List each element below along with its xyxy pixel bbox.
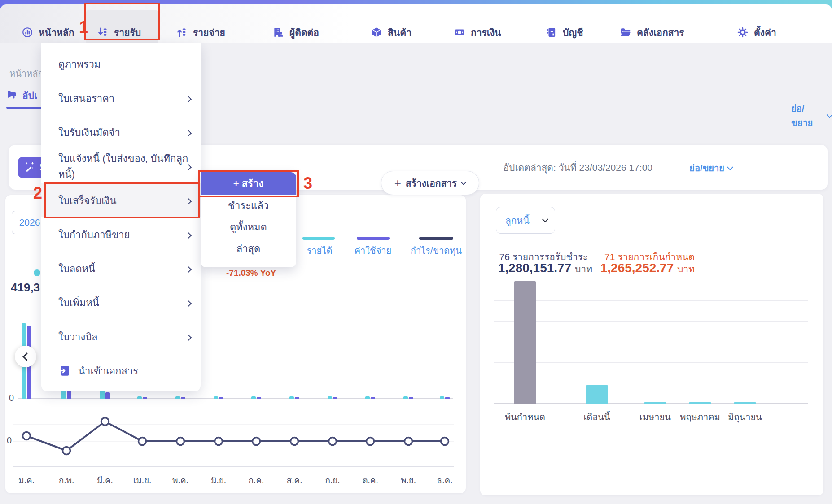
app-screen: หน้าหลักรายรับรายจ่ายผู้ติดต่อสินค้าการเ… <box>0 0 832 504</box>
bar-ค่าใช้จ่าย-พ.ค. <box>181 397 185 399</box>
menu-item-6[interactable]: ใบลดหนี้ <box>41 252 201 286</box>
carousel-prev-button[interactable] <box>15 346 36 367</box>
nav-item-0[interactable]: หน้าหลัก <box>22 22 74 43</box>
menu-item-label: ใบแจ้งหนี้ (ใบส่งของ, บันทึกลูกหนี้) <box>58 151 190 182</box>
nav-item-label: ผู้ติดต่อ <box>289 25 319 40</box>
bar-ค่าใช้จ่าย-ต.ค. <box>371 397 375 399</box>
legend-line-2 <box>419 237 453 240</box>
chevron-right-icon <box>185 96 192 102</box>
menu-item-1[interactable]: ใบเสนอราคา <box>41 81 201 115</box>
bar-ค่าใช้จ่าย-ธ.ค. <box>445 397 450 399</box>
menu-item-7[interactable]: ใบเพิ่มหนี้ <box>41 286 201 320</box>
annotation-step-2: 2 <box>33 184 42 203</box>
year-filter-label: 2026 <box>19 217 40 228</box>
chevron-down-icon <box>460 179 467 185</box>
chevron-down-icon <box>727 164 733 170</box>
collapse-expand-banner[interactable]: ย่อ/ขยาย <box>689 161 732 175</box>
legend-item-1[interactable]: ค่าใช้จ่าย <box>350 243 395 258</box>
chevron-right-icon <box>185 164 192 170</box>
recv-label-พ้นกำหนด: พ้นกำหนด <box>498 410 552 424</box>
submenu-create-button[interactable]: + สร้าง <box>201 172 296 195</box>
legend-item-2[interactable]: กำไร/ขาดทุน <box>408 243 464 258</box>
bar-รายได้-เม.ย. <box>137 396 142 399</box>
chevron-left-icon <box>22 352 31 361</box>
recv-gridline-3 <box>494 342 808 342</box>
nav-item-8[interactable]: ตั้งค่า <box>737 22 776 43</box>
menu-item-3[interactable]: ใบแจ้งหนี้ (ใบส่งของ, บันทึกลูกหนี้) <box>41 149 201 183</box>
nav-item-label: รายจ่าย <box>193 25 225 40</box>
expense-icon <box>176 26 188 38</box>
nav-item-5[interactable]: การเงิน <box>454 22 501 43</box>
month-label-มี.ค.: มี.ค. <box>89 474 121 487</box>
bar-ค่าใช้จ่าย-พ.ย. <box>409 397 413 399</box>
month-label-ก.พ.: ก.พ. <box>51 474 82 487</box>
nav-item-6[interactable]: บัญชี <box>546 22 583 43</box>
menu-item-label: ใบเสร็จรับเงิน <box>58 193 116 209</box>
menu-item-label: ใบวางบิล <box>58 329 98 345</box>
revenue-dot-icon <box>34 269 40 276</box>
submenu-item-2[interactable]: ล่าสุด <box>201 238 296 259</box>
month-label-เม.ย.: เม.ย. <box>127 474 158 487</box>
recv-bar-มิถุนายน <box>734 402 756 404</box>
import-icon <box>58 365 71 377</box>
recv-bar-พฤษภาคม <box>689 402 711 404</box>
nav-item-4[interactable]: สินค้า <box>371 22 412 43</box>
debtor-filter-select[interactable]: ลูกหนี้ <box>496 207 555 234</box>
recv-bar-เดือนนี้ <box>586 385 608 404</box>
create-document-button[interactable]: + สร้างเอกสาร <box>381 171 479 195</box>
month-label-ก.ค.: ก.ค. <box>241 474 272 487</box>
submenu-item-1[interactable]: ดูทั้งหมด <box>201 216 296 238</box>
menu-item-5[interactable]: ใบกำกับภาษีขาย <box>41 217 201 252</box>
menu-item-8[interactable]: ใบวางบิล <box>41 320 201 354</box>
recv-gridline-0 <box>494 280 808 280</box>
bar-ค่าใช้จ่าย-เม.ย. <box>143 397 147 399</box>
menu-item-2[interactable]: ใบรับเงินมัดจำ <box>41 115 201 149</box>
bar-รายได้-ส.ค. <box>289 396 294 399</box>
collapse-expand-top[interactable]: ย่อ/ขยาย <box>791 101 832 130</box>
chevron-right-icon <box>185 300 192 307</box>
recv-label-มิถุนายน: มิถุนายน <box>718 410 772 424</box>
month-label-พ.ค.: พ.ค. <box>165 474 196 487</box>
nav-item-label: การเงิน <box>471 25 501 40</box>
nav-item-label: รายรับ <box>114 25 141 40</box>
nav-item-label: บัญชี <box>563 25 583 40</box>
line-zero-label: 0 <box>7 435 12 446</box>
products-icon <box>371 26 382 38</box>
nav-item-1[interactable]: รายรับ <box>97 22 141 43</box>
submenu-item-0[interactable]: ชำระแล้ว <box>201 195 296 216</box>
revenue-total-partial: 419,3 <box>11 281 40 295</box>
create-document-label: สร้างเอกสาร <box>406 176 457 191</box>
nav-item-2[interactable]: รายจ่าย <box>176 22 225 43</box>
tab-announcements-label: อัปเ <box>22 88 37 103</box>
month-label-ส.ค.: ส.ค. <box>279 474 310 487</box>
menu-item-9[interactable]: นำเข้าเอกสาร <box>41 354 201 388</box>
menu-item-label: ใบลดหนี้ <box>58 261 95 277</box>
chevron-right-icon <box>185 335 192 341</box>
menu-item-0[interactable]: ดูภาพรวม <box>41 47 201 81</box>
collapse-expand-banner-label: ย่อ/ขยาย <box>689 161 724 175</box>
nav-item-7[interactable]: คลังเอกสาร <box>620 22 684 43</box>
magic-wand-icon <box>24 161 35 174</box>
bar-ค่าใช้จ่าย-ก.ค. <box>257 397 261 399</box>
bar-ค่าใช้จ่าย-ก.ย. <box>333 397 337 399</box>
debtor-filter-value: ลูกหนี้ <box>505 213 530 228</box>
tab-announcements[interactable]: อัปเ <box>6 88 37 103</box>
income-dropdown-menu: ดูภาพรวมใบเสนอราคาใบรับเงินมัดจำใบแจ้งหน… <box>41 43 201 391</box>
accounting-icon <box>546 26 557 38</box>
recv-gridline-4 <box>494 362 808 363</box>
chevron-right-icon <box>185 198 192 204</box>
chevron-down-icon <box>827 112 832 118</box>
nav-item-3[interactable]: ผู้ติดต่อ <box>272 22 319 43</box>
menu-item-4[interactable]: ใบเสร็จรับเงิน <box>41 183 201 217</box>
collapse-expand-top-label: ย่อ/ขยาย <box>791 101 824 130</box>
bar-ค่าใช้จ่าย-ส.ค. <box>295 397 299 399</box>
month-label-ก.ย.: ก.ย. <box>317 474 348 487</box>
bar-ค่าใช้จ่าย-มี.ค. <box>105 392 110 399</box>
nav-item-label: สินค้า <box>388 25 412 40</box>
menu-item-label: ดูภาพรวม <box>58 56 101 72</box>
legend-item-0[interactable]: รายได้ <box>297 243 342 258</box>
menu-item-label: นำเข้าเอกสาร <box>78 363 138 379</box>
legend-line-0 <box>302 237 335 240</box>
recv-gridline-1 <box>494 300 808 301</box>
menu-item-label: ใบกำกับภาษีขาย <box>58 227 130 243</box>
